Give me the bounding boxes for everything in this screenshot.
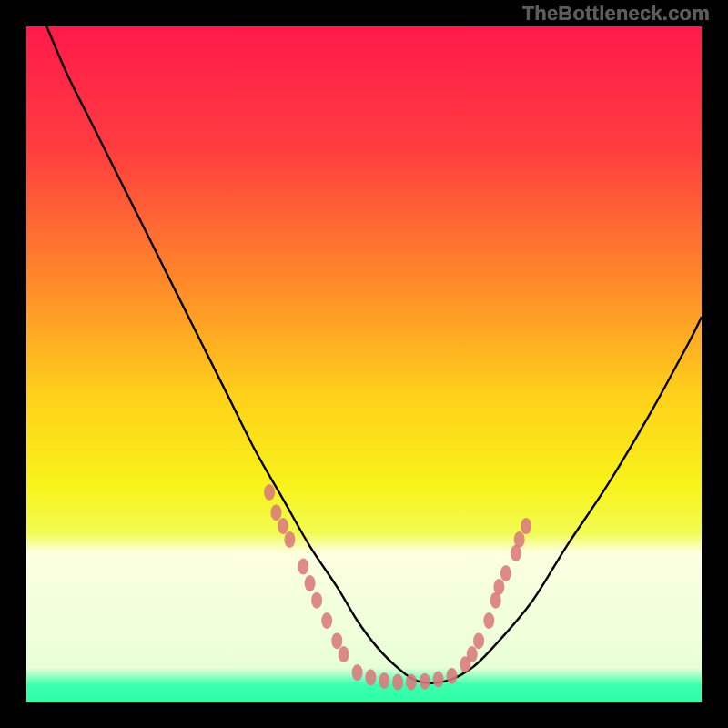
marker-dot bbox=[379, 672, 389, 689]
marker-dot bbox=[406, 674, 417, 691]
marker-dot bbox=[311, 592, 322, 609]
marker-dot bbox=[352, 664, 363, 681]
marker-dot bbox=[271, 504, 282, 521]
watermark-label: TheBottleneck.com bbox=[522, 2, 710, 25]
marker-dot bbox=[278, 518, 288, 534]
marker-dot bbox=[447, 668, 458, 684]
marker-dot bbox=[392, 674, 403, 691]
marker-dot bbox=[521, 518, 531, 534]
marker-dot bbox=[298, 559, 308, 575]
marker-dot bbox=[264, 484, 275, 500]
marker-dot bbox=[467, 646, 478, 662]
gradient-background bbox=[26, 26, 702, 702]
marker-dot bbox=[321, 612, 332, 629]
marker-dot bbox=[331, 632, 342, 649]
marker-dot bbox=[500, 565, 511, 581]
marker-dot bbox=[365, 669, 376, 685]
marker-dot bbox=[339, 646, 349, 662]
marker-dot bbox=[493, 579, 504, 595]
marker-dot bbox=[473, 632, 484, 649]
bottleneck-plot bbox=[26, 26, 702, 702]
marker-dot bbox=[420, 673, 430, 690]
marker-dot bbox=[483, 612, 494, 629]
marker-dot bbox=[305, 575, 316, 592]
marker-dot bbox=[514, 531, 525, 548]
marker-dot bbox=[433, 672, 444, 688]
chart-frame bbox=[14, 14, 714, 714]
marker-dot bbox=[284, 531, 295, 548]
